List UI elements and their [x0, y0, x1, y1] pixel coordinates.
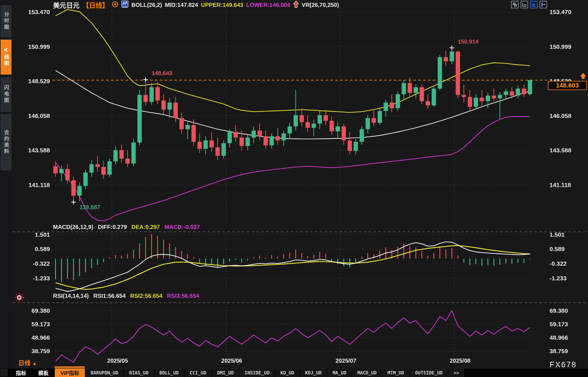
period-arrow-icon: ▲	[32, 361, 37, 366]
price-direction-arrow-icon	[579, 73, 587, 81]
period-label: 日线	[18, 359, 30, 366]
rsi1-value: RSI1:56.654	[94, 293, 126, 299]
sidebar-item-0[interactable]: 分时图	[1, 5, 11, 37]
rsi2-value: RSI2:56.654	[130, 293, 162, 299]
symbol-title: 美元日元	[53, 0, 79, 10]
boll-mid-value: MID:147.824	[165, 2, 198, 8]
watermark: FX678	[550, 360, 577, 369]
sidebar-item-1[interactable]: K线图	[1, 40, 11, 75]
macd-series	[55, 234, 530, 291]
tab-ma-ud[interactable]: MA_UD	[327, 368, 351, 377]
tab-inside-ud[interactable]: INSIDE_UD	[240, 368, 275, 377]
tab-macd-ud[interactable]: MACD_UD	[352, 368, 382, 377]
period-selector[interactable]: 日线 ▲	[18, 358, 37, 367]
boll-lower-value: LOWER:146.004	[246, 2, 290, 8]
extreme-price-marker	[71, 200, 76, 205]
period-tag: 【日线】	[82, 0, 109, 10]
auto-scale-button[interactable]	[530, 1, 538, 8]
price-gridlines	[52, 12, 533, 185]
bollinger-bands	[56, 9, 530, 221]
current-price-tag: 148.603	[548, 81, 587, 90]
rsi-settings-label: RSI(14,14,14)	[53, 293, 89, 299]
sidebar-item-3[interactable]: 合约资料	[1, 114, 11, 170]
axis-scale-button[interactable]	[521, 1, 528, 8]
macd-diff-value: DIFF:0.279	[98, 224, 127, 230]
rsi-header: RSI(14,14,14) RSI1:56.654 RSI2:56.654 RS…	[53, 293, 199, 299]
macd-dea-value: DEA:0.297	[131, 224, 160, 230]
macd-header: MACD(26,12,9) DIFF:0.279 DEA:0.297 MACD:…	[53, 224, 200, 230]
tab-bias-ud[interactable]: BIAS_UD	[124, 368, 153, 377]
left-sidebar: 分时图K线图闪电图合约资料	[0, 0, 12, 368]
tab--[interactable]: >>	[448, 368, 464, 377]
rsi3-value: RSI3:56.654	[167, 293, 199, 299]
sidebar-item-2[interactable]: 闪电图	[1, 77, 11, 112]
boll-upper-value: UPPER:149.643	[201, 2, 243, 8]
tab-outside-ud[interactable]: OUTSIDE_UD	[410, 368, 448, 377]
tab-barupdn-ud[interactable]: BARUPDN_UD	[85, 368, 123, 377]
vr-settings-label: VR(26,70,250)	[302, 2, 339, 8]
tab-kd-ud[interactable]: KD_UD	[275, 368, 299, 377]
candlestick-series	[53, 48, 532, 202]
add-indicator-icon[interactable]	[112, 1, 118, 9]
tab-mtm-ud[interactable]: MTM_UD	[382, 368, 409, 377]
macd-value: MACD:-0.037	[164, 224, 200, 230]
price-up-arrow-icon	[293, 1, 299, 9]
tab-dmi-ud[interactable]: DMI_UD	[212, 368, 239, 377]
boll-settings-label: BOLL(26,2)	[131, 2, 162, 8]
rsi-line	[56, 311, 530, 362]
live-status-icon	[14, 292, 25, 304]
extreme-price-marker	[143, 77, 148, 82]
tab-boll-ud[interactable]: BOLL_UD	[154, 368, 184, 377]
extreme-price-marker	[449, 46, 454, 50]
indicator-tab-bar: 指标模板VIP指标BARUPDN_UDBIAS_UDBOLL_UDCCI_UDD…	[0, 368, 588, 377]
time-gridlines	[112, 7, 454, 365]
tab-cci-ud[interactable]: CCI_UD	[184, 368, 211, 377]
chart-toolbar	[511, 1, 547, 8]
tab-kdj-ud[interactable]: KDJ_UD	[300, 368, 327, 377]
horizontal-scrollbar-thumb[interactable]	[54, 366, 85, 368]
chart-canvas[interactable]	[0, 0, 588, 377]
chart-header: 美元日元 【日线】 BOLL(26,2) MID:147.824 UPPER:1…	[53, 1, 339, 9]
tab-vip指标[interactable]: VIP指标	[55, 368, 85, 377]
tab-模板[interactable]: 模板	[32, 368, 54, 377]
tabbar-corner-button[interactable]	[0, 369, 8, 376]
macd-settings-label: MACD(26,12,9)	[53, 224, 93, 230]
axis-shift-button[interactable]	[540, 1, 547, 8]
tab-指标[interactable]: 指标	[10, 368, 32, 377]
pan-mode-button[interactable]	[511, 1, 519, 8]
trading-chart-app: 分时图K线图闪电图合约资料 美元日元 【日线】 BOLL(26,2) MID:1…	[0, 0, 588, 377]
chart-style-icon[interactable]	[121, 1, 128, 9]
